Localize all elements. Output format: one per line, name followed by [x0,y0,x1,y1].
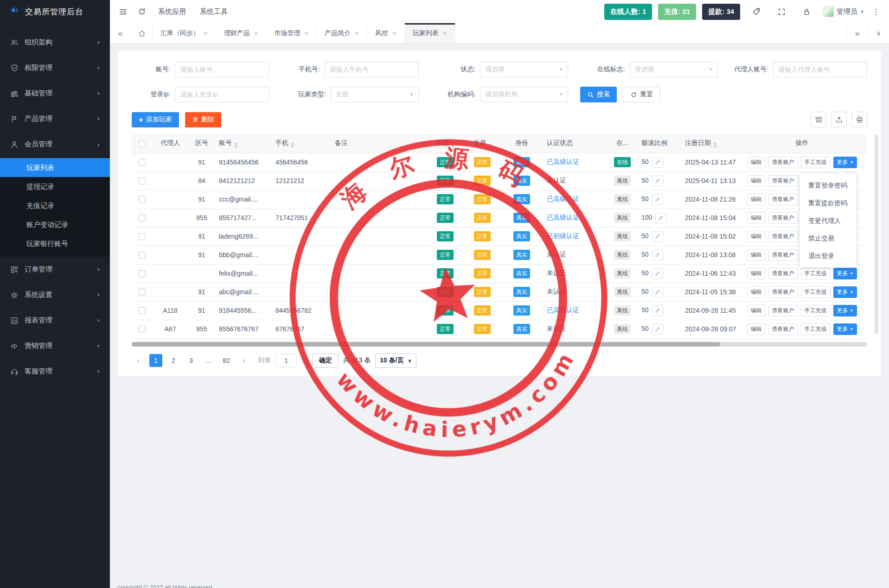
row-checkbox[interactable] [139,159,146,166]
stat-badge[interactable]: 在线人数: 1 [604,4,652,20]
close-icon[interactable]: × [392,29,397,37]
search-button[interactable]: 搜索 [580,87,617,102]
vertical-scrollbar[interactable] [875,135,878,334]
row-checkbox[interactable] [139,270,146,277]
print-icon[interactable] [851,112,867,127]
row-action-button[interactable]: 编辑 [747,175,766,187]
filter-select[interactable]: 请选择▼ [480,62,568,77]
select-all-checkbox[interactable] [139,140,146,147]
row-checkbox[interactable] [139,177,146,184]
collapse-sidebar-icon[interactable] [114,7,133,16]
columns-setting-icon[interactable] [811,112,826,127]
row-action-button[interactable]: 查看账户 [768,286,798,298]
sidebar-group-item[interactable]: 组织架构▼ [0,30,110,55]
prev-page-button[interactable]: ‹ [132,354,145,367]
cert-status-link[interactable]: 已高级认证 [547,214,579,221]
row-action-button[interactable]: 查看账户 [768,231,798,242]
edit-ratio-button[interactable] [652,157,663,168]
sidebar-group-item[interactable]: 营销管理▼ [0,333,110,359]
row-action-button[interactable]: 查看账户 [768,305,798,316]
row-action-button[interactable]: 手工充值 [801,157,831,168]
row-checkbox[interactable] [139,307,146,314]
sidebar-sub-item[interactable]: 充值记录 [0,196,110,215]
stat-badge[interactable]: 提款: 34 [702,4,740,20]
sidebar-sub-item[interactable]: 提现记录 [0,177,110,196]
row-action-button[interactable]: 查看账户 [768,249,798,261]
filter-input[interactable] [325,62,419,77]
edit-ratio-button[interactable] [652,176,663,186]
row-action-button[interactable]: 查看账户 [768,194,798,205]
row-checkbox[interactable] [139,233,146,240]
row-action-button[interactable]: 查看账户 [768,323,798,335]
home-tab-icon[interactable] [131,23,153,43]
page-button[interactable]: 3 [185,354,198,367]
sidebar-sub-item[interactable]: 玩家银行账号 [0,234,110,253]
delete-button[interactable]: 删除 [185,112,221,127]
sidebar-group-item[interactable]: 订单管理▼ [0,257,110,282]
user-menu[interactable]: 管理员 ▼ [823,6,864,17]
close-icon[interactable]: × [204,29,208,37]
dropdown-menu-item[interactable]: 退出登录 [800,247,857,265]
goto-page-input[interactable] [275,354,297,367]
sidebar-group-item[interactable]: 基础管理▼ [0,81,110,106]
goto-confirm-button[interactable]: 确定 [313,354,339,368]
cert-status-link[interactable]: 已高级认证 [547,306,579,314]
tabs-scroll-right-icon[interactable]: » [846,23,868,43]
sidebar-group-item[interactable]: 产品管理▼ [0,106,110,132]
sidebar-group-item[interactable]: 系统设置▼ [0,282,110,308]
export-icon[interactable] [831,112,847,127]
add-player-button[interactable]: + 添加玩家 [132,112,179,127]
close-icon[interactable]: × [305,29,309,37]
row-checkbox[interactable] [139,326,146,333]
topbar-menu-item[interactable]: 系统应用 [151,7,193,16]
close-icon[interactable]: × [443,29,447,37]
sidebar-sub-item[interactable]: 账户变动记录 [0,215,110,234]
tab-item[interactable]: 市场管理× [267,23,317,43]
cert-status-link[interactable]: 已高级认证 [547,195,579,202]
row-action-button[interactable]: 编辑 [747,286,766,298]
sidebar-group-item[interactable]: 会员管理▲ [0,132,110,157]
more-button[interactable]: 更多▼ [833,323,857,335]
tab-item[interactable]: 汇率（同步）× [153,23,216,43]
dropdown-menu-item[interactable]: 重置提款密码 [800,194,857,212]
sort-icon[interactable] [291,142,294,148]
row-action-button[interactable]: 编辑 [747,157,766,168]
row-action-button[interactable]: 编辑 [747,323,766,335]
row-action-button[interactable]: 编辑 [747,249,766,261]
row-action-button[interactable]: 编辑 [747,305,766,316]
stat-badge[interactable]: 充值: 21 [658,4,696,20]
filter-input[interactable] [175,87,269,102]
column-header[interactable]: 状态 [426,134,464,153]
row-action-button[interactable]: 查看账户 [768,212,798,224]
cert-status-link[interactable]: 已初级认证 [547,232,579,240]
edit-ratio-button[interactable] [652,305,663,316]
topbar-menu-item[interactable]: 系统工具 [193,7,235,16]
refresh-icon[interactable] [133,7,151,16]
column-header[interactable]: 注册日期 [681,134,737,153]
filter-select[interactable]: 请选择机构▼ [480,87,568,102]
page-size-select[interactable]: 10 条/页 ∨ [375,354,416,368]
row-action-button[interactable]: 编辑 [747,231,766,242]
reset-button[interactable]: 重置 [623,87,660,102]
horizontal-scrollbar-track[interactable] [132,342,867,347]
sort-icon[interactable] [713,142,717,148]
sort-icon[interactable] [451,142,455,148]
edit-ratio-button[interactable] [652,250,663,260]
page-button[interactable]: 2 [167,354,180,367]
row-action-button[interactable]: 查看账户 [768,157,798,168]
more-button[interactable]: 更多▼ [833,268,857,279]
edit-ratio-button[interactable] [652,231,663,242]
sidebar-sub-item[interactable]: 玩家列表 [0,158,110,177]
tabs-scroll-left-icon[interactable]: « [110,23,131,43]
column-header[interactable]: 账号 [215,134,272,153]
tab-item[interactable]: 风控× [367,23,405,43]
row-action-button[interactable]: 查看账户 [768,175,798,187]
filter-input[interactable] [175,62,269,77]
edit-ratio-button[interactable] [652,194,663,205]
close-icon[interactable]: × [254,29,258,37]
sidebar-group-item[interactable]: 客服管理▼ [0,359,110,384]
row-action-button[interactable]: 编辑 [747,212,766,224]
filter-select[interactable]: 请选择▼ [630,62,718,77]
next-page-button[interactable]: › [237,354,250,367]
dropdown-menu-item[interactable]: 变更代理人 [800,212,857,229]
